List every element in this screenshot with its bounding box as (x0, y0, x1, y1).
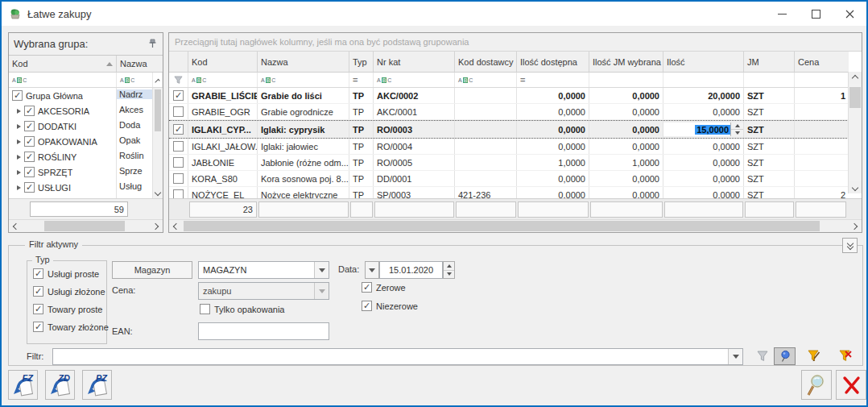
table-row-selected[interactable]: ✓ IGLAKI_CYP... Iglaki: cyprysik TP RO/0… (169, 120, 862, 139)
cell-nazwa[interactable]: Iglaki: cyprysik (258, 121, 349, 138)
cell-typ[interactable]: TP (349, 139, 374, 154)
column-header-typ[interactable]: Typ (349, 52, 374, 73)
spinner-down-button[interactable] (731, 130, 743, 136)
cell-typ[interactable]: TP (349, 104, 374, 119)
cell-nr-kat[interactable]: SP/0003 (374, 187, 455, 198)
filter-cell[interactable] (589, 73, 663, 87)
spinner-up-button[interactable] (444, 262, 454, 271)
group-by-hint[interactable]: Przeciągnij tutaj nagłówek kolumny, jeśl… (169, 33, 862, 52)
expand-icon[interactable] (17, 170, 21, 175)
table-row[interactable]: ✓ GRABIE_LIŚCIE Grabie do liści TP AKC/0… (169, 88, 862, 104)
cell-nazwa[interactable]: Kora sosnowa poj. 8... (258, 171, 349, 186)
towary-proste-checkbox[interactable]: ✓ Towary proste (33, 304, 106, 314)
scroll-up-button[interactable] (849, 72, 862, 84)
kod-dostawcy-filter-cell[interactable]: ABC (455, 73, 517, 87)
search-button[interactable] (801, 370, 832, 400)
tree-h-scrollbar[interactable] (9, 219, 163, 232)
cell-ilosc-dostepna[interactable]: 1,0000 (517, 155, 589, 170)
row-checkbox[interactable]: ✓ (12, 90, 23, 101)
filter-cell[interactable] (744, 73, 795, 87)
date-input[interactable]: 15.01.2020 (379, 261, 443, 279)
kod-filter-cell[interactable]: ABC (9, 73, 117, 87)
towary-zlozone-checkbox[interactable]: ✓ Towary złożone (33, 322, 106, 332)
table-row[interactable]: JABŁONIE Jabłonie (różne odm... TP RO/00… (169, 155, 862, 171)
row-checkbox[interactable] (173, 189, 184, 198)
table-row[interactable]: NOŻYCE_EL Nożyce elektryczne TP SP/0003 … (169, 187, 862, 198)
quantity-editor[interactable]: 15,0000 (663, 123, 743, 136)
cell-kod[interactable]: NOŻYCE_EL (188, 187, 258, 198)
scroll-thumb[interactable] (184, 221, 820, 231)
expand-icon[interactable] (17, 139, 21, 144)
column-header-select[interactable] (169, 52, 188, 73)
table-row[interactable]: GRABIE_OGR Grabie ogrodnicze TP AKC/0001… (169, 104, 862, 120)
cell-kod-dostawcy[interactable] (455, 171, 517, 186)
maximize-button[interactable] (799, 2, 833, 26)
scroll-left-button[interactable] (169, 220, 182, 232)
cell-jm[interactable]: SZT (744, 155, 795, 170)
magazyn-button[interactable]: Magazyn (112, 261, 192, 279)
column-header-kod-dostawcy[interactable]: Kod dostawcy (455, 52, 517, 73)
cell-jm[interactable]: SZT (744, 88, 795, 103)
scroll-down-button[interactable] (155, 189, 161, 196)
pz-button[interactable]: PZ (82, 370, 112, 400)
close-button[interactable] (833, 2, 866, 26)
cell-ilosc-dostepna[interactable]: 0,0000 (517, 104, 589, 119)
column-header-jm[interactable]: JM (744, 52, 795, 73)
cell-kod-dostawcy[interactable] (455, 139, 517, 154)
expand-icon[interactable] (17, 155, 21, 160)
cell-cena[interactable]: 1 (795, 88, 849, 103)
scroll-thumb[interactable] (155, 89, 161, 131)
cell-cena[interactable] (795, 104, 849, 119)
chevron-down-icon[interactable] (314, 262, 329, 278)
scroll-down-button[interactable] (849, 181, 862, 193)
cell-ilosc-dostepna[interactable]: 0,0000 (517, 121, 589, 138)
cell-ilosc[interactable]: 0,0000 (663, 155, 744, 170)
column-header-nr-kat[interactable]: Nr kat (374, 52, 455, 73)
cell-cena[interactable] (795, 121, 849, 138)
cell-kod[interactable]: IGLAKI_JAŁOW... (188, 139, 258, 154)
filter-funnel-button[interactable] (751, 347, 773, 365)
cell-cena[interactable] (795, 171, 849, 186)
pin-icon[interactable] (147, 39, 158, 49)
cell-jm[interactable]: SZT (744, 187, 795, 198)
grid-h-scrollbar[interactable] (169, 219, 862, 232)
cell-kod[interactable]: JABŁONIE (188, 155, 258, 170)
cell-kod-dostawcy[interactable]: 421-236 (455, 187, 517, 198)
cell-nr-kat[interactable]: AKC/0002 (374, 88, 455, 103)
zerowe-checkbox[interactable]: ✓ Zerowe (362, 282, 406, 293)
date-dropdown-button[interactable] (365, 261, 379, 279)
cell-ilosc[interactable]: 0,0000 (663, 104, 744, 119)
magazyn-select[interactable]: MAGAZYN (198, 261, 329, 279)
cell-kod[interactable]: GRABIE_OGR (188, 104, 258, 119)
ean-input[interactable] (198, 322, 329, 340)
cell-nr-kat[interactable]: AKC/0001 (374, 104, 455, 119)
scroll-thumb[interactable] (849, 87, 861, 108)
column-header-kod[interactable]: Kod (9, 56, 117, 73)
spinner-up-button[interactable] (731, 123, 743, 130)
cell-nr-kat[interactable]: RO/0003 (374, 121, 455, 138)
nazwa-filter-cell[interactable]: ABC (258, 73, 349, 87)
cell-cena[interactable] (795, 155, 849, 170)
cell-ilosc-jm[interactable]: 1,0000 (589, 155, 663, 170)
scroll-thumb[interactable] (44, 221, 125, 231)
row-checkbox[interactable] (173, 173, 184, 184)
cell-kod-dostawcy[interactable] (455, 88, 517, 103)
uslugi-proste-checkbox[interactable]: ✓ Usługi proste (33, 268, 106, 279)
row-checkbox[interactable]: ✓ (173, 124, 184, 135)
row-checkbox[interactable] (173, 106, 184, 117)
filter-cell[interactable] (795, 73, 849, 87)
uslugi-zlozone-checkbox[interactable]: ✓ Usługi złożone (33, 286, 106, 297)
filter-clear-button[interactable] (834, 347, 856, 365)
row-checkbox[interactable] (173, 141, 184, 152)
column-header-nazwa[interactable]: Nazwa (258, 52, 349, 73)
cell-nr-kat[interactable]: RO/0004 (374, 139, 455, 154)
expand-icon[interactable] (17, 185, 21, 190)
cell-cena[interactable]: 2 (795, 187, 849, 198)
row-checkbox[interactable]: ✓ (24, 106, 35, 116)
expand-icon[interactable] (17, 109, 21, 114)
row-checkbox[interactable]: ✓ (24, 121, 35, 131)
table-row[interactable]: IGLAKI_JAŁOW... Iglaki: jałowiec TP RO/0… (169, 139, 862, 155)
cell-cena[interactable] (795, 139, 849, 154)
cell-nr-kat[interactable]: DD/0001 (374, 171, 455, 186)
row-checkbox[interactable]: ✓ (24, 167, 35, 177)
